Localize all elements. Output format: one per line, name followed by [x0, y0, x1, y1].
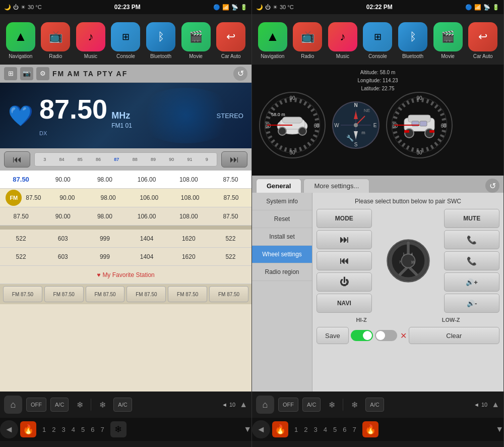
toggle-on[interactable]	[351, 330, 373, 341]
swc-vol-up-button[interactable]: 🔊+	[444, 272, 499, 292]
am2-999[interactable]: 999	[84, 250, 125, 263]
am2-1404[interactable]: 1404	[126, 250, 168, 263]
menu-wheel-settings[interactable]: Wheel settings	[252, 246, 312, 263]
preset-row-fm2: FM 87.50 90.00 98.00 106.00 108.00 87.50	[0, 189, 251, 207]
am2-522b[interactable]: 522	[210, 250, 251, 263]
swc-navi-button[interactable]: NAVI	[317, 294, 372, 313]
preset-fm3-freq[interactable]: 87.50	[0, 210, 42, 223]
app-navigation-left[interactable]: ▲ Navigation	[6, 22, 35, 59]
preset-fm2-108[interactable]: 108.00	[170, 191, 211, 204]
preset-fm3-98[interactable]: 98.00	[84, 210, 125, 223]
swc-next-button[interactable]: ⏭	[317, 230, 372, 249]
radio-back-button[interactable]: ↺	[233, 67, 247, 81]
menu-system-info[interactable]: System info	[252, 193, 312, 210]
preset-fm2-875[interactable]: 87.50	[211, 191, 251, 204]
app-music-left[interactable]: ♪ Music	[76, 22, 105, 59]
swc-phone2-button[interactable]: 📞	[444, 251, 499, 270]
preset-fm1-106[interactable]: 106.00	[126, 173, 168, 186]
am1-603[interactable]: 603	[42, 232, 84, 245]
preset-fm1-98[interactable]: 98.00	[84, 173, 125, 186]
right-off-button[interactable]: OFF	[278, 398, 298, 412]
preset-fm3-875[interactable]: 87.50	[210, 210, 251, 223]
svg-text:m: m	[361, 130, 365, 135]
am2-1620[interactable]: 1620	[168, 250, 210, 263]
fav-btn-5[interactable]: FM 87.50	[168, 286, 207, 302]
left-back-button[interactable]: ◄	[0, 420, 18, 438]
app-console-right[interactable]: ⊞ Console	[363, 22, 392, 59]
right-ac2-button[interactable]: A/C	[365, 398, 384, 412]
preset-fm2-90[interactable]: 90.00	[47, 191, 88, 204]
menu-reset[interactable]: Reset	[252, 210, 312, 228]
tuner-next-button[interactable]: ⏭	[221, 151, 247, 167]
fav-btn-3[interactable]: FM 87.50	[86, 286, 125, 302]
save-button[interactable]: Save	[317, 327, 349, 344]
preset-fm2-98[interactable]: 98.00	[88, 191, 129, 204]
right-up-arrow[interactable]: ▲	[491, 400, 499, 409]
swc-prev-button[interactable]: ⏮	[317, 251, 372, 270]
am1-522[interactable]: 522	[0, 232, 42, 245]
fav-btn-2[interactable]: FM 87.50	[44, 286, 84, 302]
tab-general[interactable]: General	[256, 179, 301, 193]
left-up-arrow[interactable]: ▲	[239, 400, 247, 409]
right-back-button[interactable]: ◄	[252, 420, 270, 438]
app-movie-right[interactable]: 🎬 Movie	[433, 22, 463, 59]
preset-fm2-106[interactable]: 106.00	[129, 191, 169, 204]
app-bluetooth-right[interactable]: ᛒ Bluetooth	[398, 22, 427, 59]
toolbar-camera-icon[interactable]: 📷	[20, 67, 33, 80]
left-down-arrow[interactable]: ▼	[243, 425, 251, 434]
am1-522b[interactable]: 522	[210, 232, 251, 245]
preset-fm2-freq[interactable]: 87.50	[24, 194, 43, 201]
app-console-left[interactable]: ⊞ Console	[111, 22, 140, 59]
tuner-prev-button[interactable]: ⏮	[4, 151, 30, 167]
swc-mute-button[interactable]: MUTE	[444, 209, 499, 228]
preset-fm3-106[interactable]: 106.00	[126, 210, 168, 223]
toolbar-grid-icon[interactable]: ⊞	[4, 67, 17, 80]
settings-back-button[interactable]: ↺	[485, 179, 499, 193]
clear-button[interactable]: Clear	[409, 327, 499, 344]
menu-radio-region[interactable]: Radio region	[252, 263, 312, 281]
am2-603[interactable]: 603	[42, 250, 84, 263]
left-off-button[interactable]: OFF	[26, 398, 46, 412]
fav-btn-6[interactable]: FM 87.50	[209, 286, 248, 302]
right-ac-button[interactable]: A/C	[302, 398, 321, 412]
preset-fm1-875[interactable]: 87.50	[210, 173, 251, 186]
left-app-bar: ▲ Navigation 📺 Radio ♪ Music ⊞ Console ᛒ…	[0, 14, 251, 65]
tab-more-settings[interactable]: More settings...	[303, 179, 369, 193]
fav-btn-4[interactable]: FM 87.50	[127, 286, 166, 302]
app-navigation-right[interactable]: ▲ Navigation	[258, 22, 287, 59]
app-radio-right[interactable]: 📺 Radio	[293, 22, 322, 59]
sun-icon: ☀	[21, 4, 26, 11]
app-carauto-right[interactable]: ↩ Car Auto	[468, 22, 497, 59]
preset-fm1-90[interactable]: 90.00	[42, 173, 84, 186]
right-home-button[interactable]: ⌂	[256, 396, 274, 414]
toggle-container[interactable]	[351, 330, 373, 341]
am1-999[interactable]: 999	[84, 232, 125, 245]
app-carauto-left[interactable]: ↩ Car Auto	[216, 22, 245, 59]
preset-fm3-90[interactable]: 90.00	[42, 210, 84, 223]
am1-1620[interactable]: 1620	[168, 232, 210, 245]
toolbar-settings-icon[interactable]: ⚙	[36, 67, 49, 80]
left-home-button[interactable]: ⌂	[4, 396, 22, 414]
svg-rect-9	[282, 117, 302, 123]
right-down-arrow[interactable]: ▼	[495, 425, 503, 434]
fav-btn-1[interactable]: FM 87.50	[3, 286, 42, 302]
swc-phone1-button[interactable]: 📞	[444, 230, 499, 249]
menu-install-set[interactable]: Install set	[252, 228, 312, 246]
left-ac-button[interactable]: A/C	[50, 398, 69, 412]
toggle-off[interactable]	[375, 330, 397, 341]
app-bluetooth-left[interactable]: ᛒ Bluetooth	[146, 22, 175, 59]
preset-freq-active[interactable]: 87.50	[0, 173, 42, 186]
app-radio-left[interactable]: 📺 Radio	[41, 22, 70, 59]
toggle-off-container[interactable]: ✕	[375, 330, 407, 341]
swc-vol-down-button[interactable]: 🔊-	[444, 294, 499, 313]
app-movie-left[interactable]: 🎬 Movie	[181, 22, 211, 59]
preset-fm3-108[interactable]: 108.00	[168, 210, 210, 223]
swc-mode-button[interactable]: MODE	[317, 209, 372, 228]
right-status-left: 🌙 ⏻ ☀ 30 °C	[256, 4, 294, 11]
app-music-right[interactable]: ♪ Music	[328, 22, 357, 59]
preset-fm1-108[interactable]: 108.00	[168, 173, 210, 186]
swc-power-button[interactable]: ⏻	[317, 272, 372, 292]
am1-1404[interactable]: 1404	[126, 232, 168, 245]
am2-522[interactable]: 522	[0, 250, 42, 263]
left-ac2-button[interactable]: A/C	[113, 398, 132, 412]
